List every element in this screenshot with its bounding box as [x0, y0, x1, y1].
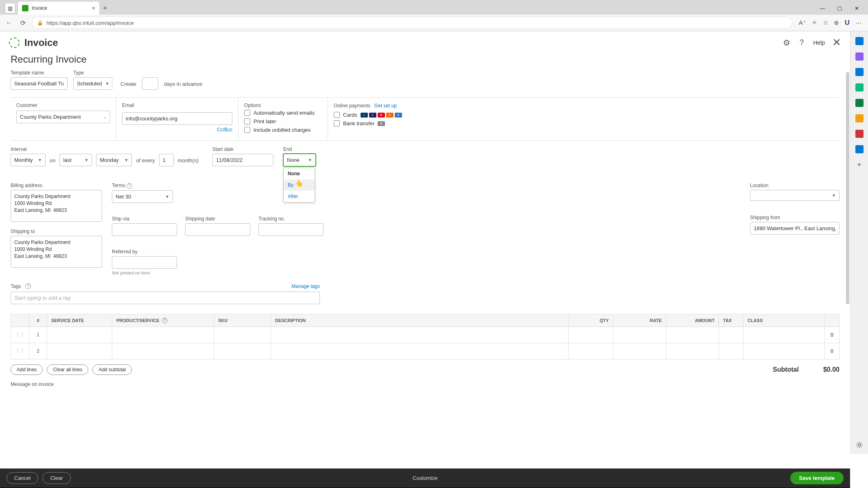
shipdate-input[interactable] [185, 223, 250, 236]
shipvia-label: Ship via [112, 216, 177, 222]
scrollbar[interactable] [846, 72, 849, 304]
svg-point-0 [858, 444, 861, 446]
template-name-input[interactable] [11, 77, 68, 90]
end-select[interactable]: None▼ [283, 154, 316, 166]
section-title: Recurring Invoice [11, 54, 840, 65]
interval-select[interactable]: Monthly▼ [11, 154, 46, 166]
tab-title: Invoice [32, 5, 47, 11]
shipvia-input[interactable] [112, 223, 177, 236]
rail-icon[interactable] [855, 114, 864, 122]
days-advance-input[interactable] [142, 77, 158, 90]
message-label: Message on invoice [11, 381, 840, 387]
drag-handle-icon[interactable]: ⋮⋮ [11, 343, 29, 359]
back-button[interactable]: ← [4, 18, 14, 28]
address-bar: ← ⟳ 🔒 https://app.qbo.intuit.com/app/inv… [0, 15, 868, 31]
manage-tags-link[interactable]: Manage tags [292, 283, 320, 289]
url-field[interactable]: 🔒 https://app.qbo.intuit.com/app/invoice [32, 17, 792, 29]
terms-select[interactable]: Net 30▼ [112, 190, 173, 203]
favorite-icon[interactable]: ☆ [823, 19, 828, 26]
add-subtotal-button[interactable]: Add subtotal [92, 364, 132, 375]
on-label: on [50, 157, 55, 163]
tab-close-icon[interactable]: × [92, 5, 95, 11]
url-text: https://app.qbo.intuit.com/app/invoice [46, 20, 134, 26]
rail-icon[interactable] [855, 52, 864, 61]
table-row[interactable]: ⋮⋮1🗑 [11, 327, 840, 343]
shopping-icon[interactable]: ✧ [812, 19, 817, 26]
help-q-icon[interactable]: ? [162, 318, 168, 323]
th-qty: QTY [568, 314, 613, 327]
end-label: End [283, 146, 316, 152]
tags-input[interactable] [11, 292, 320, 304]
minimize-button[interactable]: — [814, 2, 831, 14]
refresh-button[interactable]: ⟳ [18, 18, 28, 28]
delete-row-icon[interactable]: 🗑 [825, 327, 840, 343]
table-row[interactable]: ⋮⋮2🗑 [11, 343, 840, 359]
auto-email-checkbox[interactable] [244, 110, 250, 116]
help-q-icon[interactable]: ? [25, 283, 31, 289]
close-panel-icon[interactable]: ✕ [832, 36, 841, 49]
outlook-rail-icon[interactable] [855, 145, 864, 153]
row-number: 2 [29, 343, 47, 359]
billing-address-input[interactable] [11, 190, 102, 222]
caret-down-icon: ▼ [165, 194, 169, 199]
add-rail-icon[interactable]: + [855, 161, 864, 169]
tab-actions-icon[interactable]: ▥ [5, 3, 15, 13]
payments-label: Online payments [334, 103, 370, 109]
tags-label: Tags [11, 283, 21, 289]
clear-lines-button[interactable]: Clear all lines [47, 364, 88, 375]
day-position-select[interactable]: last▼ [59, 154, 92, 166]
window-controls: — ▢ ✕ [814, 2, 866, 14]
tracking-input[interactable] [258, 223, 324, 236]
add-lines-button[interactable]: Add lines [11, 364, 43, 375]
maximize-button[interactable]: ▢ [831, 2, 848, 14]
help-label[interactable]: Help [813, 39, 825, 46]
page-title: Invoice [24, 37, 58, 48]
close-window-button[interactable]: ✕ [848, 2, 865, 14]
cursor-icon: 👆 [295, 179, 303, 187]
tab-favicon [22, 5, 28, 11]
new-tab-button[interactable]: + [99, 2, 111, 14]
th-sku: SKU [214, 314, 271, 327]
rail-icon[interactable] [855, 68, 864, 76]
help-icon[interactable]: ？ [798, 37, 806, 48]
excel-rail-icon[interactable] [855, 99, 864, 107]
unbilled-checkbox[interactable] [244, 127, 250, 133]
browser-tab[interactable]: Invoice × [18, 2, 99, 15]
end-option-none[interactable]: None [284, 168, 315, 179]
start-date-input[interactable] [212, 154, 273, 166]
payments-setup-link[interactable]: Get set up [374, 103, 397, 109]
settings-gear-icon[interactable]: ⚙ [783, 38, 790, 48]
shipfrom-input[interactable] [750, 222, 840, 235]
print-later-checkbox[interactable] [244, 118, 250, 124]
row-number: 1 [29, 327, 47, 343]
page-content: Invoice ⚙ ？ Help ✕ Recurring Invoice Tem… [0, 31, 850, 454]
read-aloud-icon[interactable]: A⁺ [799, 19, 806, 26]
help-q-icon[interactable]: ? [127, 183, 132, 189]
referred-input[interactable] [112, 256, 177, 269]
drag-handle-icon[interactable]: ⋮⋮ [11, 327, 29, 343]
cards-checkbox[interactable] [334, 112, 340, 118]
settings-rail-icon[interactable] [855, 441, 864, 449]
menu-icon[interactable]: ⋯ [855, 19, 861, 26]
bank-checkbox[interactable] [334, 120, 340, 126]
end-option-after[interactable]: After [284, 191, 315, 202]
ccbcc-link[interactable]: Cc/Bcc [217, 127, 232, 133]
day-name-select[interactable]: Monday▼ [96, 154, 132, 166]
referred-label: Referred by [112, 249, 177, 255]
delete-row-icon[interactable]: 🗑 [825, 343, 840, 359]
location-select[interactable]: ▼ [750, 190, 840, 201]
profile-icon[interactable]: U [845, 19, 850, 27]
collections-icon[interactable]: ⊕ [834, 19, 839, 26]
search-rail-icon[interactable] [855, 37, 864, 45]
type-select[interactable]: Scheduled▼ [73, 77, 112, 90]
shipping-to-input[interactable] [11, 236, 102, 268]
rail-icon[interactable] [855, 83, 864, 92]
shipfrom-label: Shipping from [750, 215, 840, 220]
th-amount: AMOUNT [666, 314, 719, 327]
caret-down-icon: ⌄ [103, 115, 107, 119]
office-rail-icon[interactable] [855, 130, 864, 138]
email-input[interactable] [122, 112, 232, 125]
create-label: Create [120, 81, 136, 87]
every-count-input[interactable] [159, 154, 174, 166]
customer-select[interactable]: County Parks Department⌄ [16, 111, 110, 123]
